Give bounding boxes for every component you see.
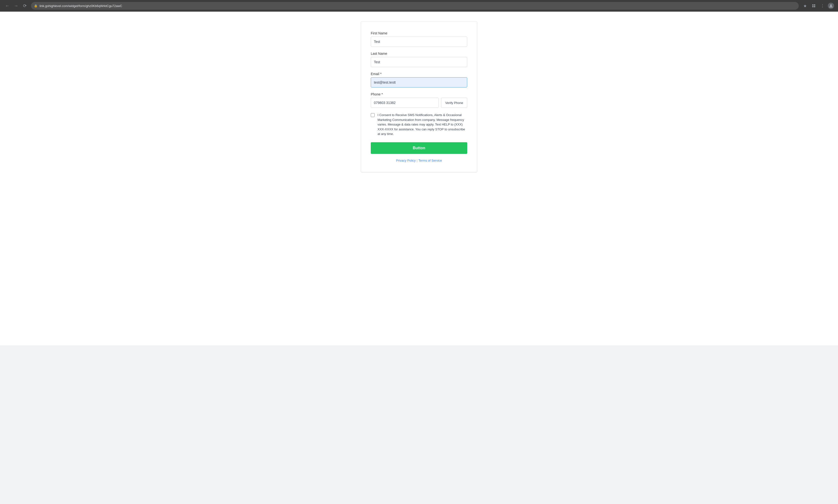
svg-point-4 xyxy=(830,4,832,6)
consent-checkbox[interactable] xyxy=(371,113,374,117)
terms-of-service-link[interactable]: Terms of Service xyxy=(419,159,442,162)
footer-divider: | xyxy=(417,159,417,162)
browser-chrome: ← → ⟳ 🔒 link.gohighlevel.com/widget/form… xyxy=(0,0,838,12)
footer-links: Privacy Policy|Terms of Service xyxy=(371,159,467,162)
first-name-label: First Name xyxy=(371,31,467,35)
email-required: * xyxy=(379,72,381,76)
last-name-label: Last Name xyxy=(371,52,467,55)
phone-row: Verify Phone xyxy=(371,98,467,108)
verify-phone-button[interactable]: Verify Phone xyxy=(441,98,467,108)
profile-avatar[interactable] xyxy=(828,3,834,9)
email-group: Email * xyxy=(371,72,467,88)
bookmark-button[interactable]: ★ xyxy=(802,2,808,9)
extensions-button[interactable] xyxy=(810,2,817,9)
svg-rect-1 xyxy=(814,4,815,5)
email-label: Email * xyxy=(371,72,467,76)
consent-group: I Consent to Receive SMS Notifications, … xyxy=(371,113,467,137)
first-name-group: First Name xyxy=(371,31,467,47)
phone-required: * xyxy=(381,92,383,96)
svg-rect-3 xyxy=(814,6,815,7)
lock-icon: 🔒 xyxy=(34,4,38,7)
form-card: First Name Last Name Email * Phone * xyxy=(361,21,477,172)
email-input[interactable] xyxy=(371,77,467,88)
privacy-policy-link[interactable]: Privacy Policy xyxy=(396,159,416,162)
last-name-input[interactable] xyxy=(371,57,467,67)
nav-buttons: ← → ⟳ xyxy=(4,2,28,9)
url-text: link.gohighlevel.com/widget/form/ghz0Kb6… xyxy=(39,4,122,8)
page-content: First Name Last Name Email * Phone * xyxy=(0,12,838,345)
forward-button[interactable]: → xyxy=(13,2,19,9)
last-name-group: Last Name xyxy=(371,52,467,67)
back-button[interactable]: ← xyxy=(4,2,11,9)
phone-input-wrap xyxy=(371,98,439,108)
submit-button[interactable]: Button xyxy=(371,142,467,154)
svg-rect-0 xyxy=(812,4,814,5)
phone-group: Phone * Verify Phone xyxy=(371,92,467,108)
bottom-area xyxy=(0,345,838,504)
first-name-input[interactable] xyxy=(371,37,467,47)
menu-button[interactable]: ⋮ xyxy=(819,2,826,9)
svg-rect-2 xyxy=(812,6,814,7)
phone-input[interactable] xyxy=(371,98,439,108)
reload-button[interactable]: ⟳ xyxy=(21,2,28,9)
phone-label: Phone * xyxy=(371,92,467,96)
consent-text: I Consent to Receive SMS Notifications, … xyxy=(378,113,467,137)
address-bar[interactable]: 🔒 link.gohighlevel.com/widget/form/ghz0K… xyxy=(31,2,799,10)
browser-actions: ★ ⋮ xyxy=(802,2,834,9)
